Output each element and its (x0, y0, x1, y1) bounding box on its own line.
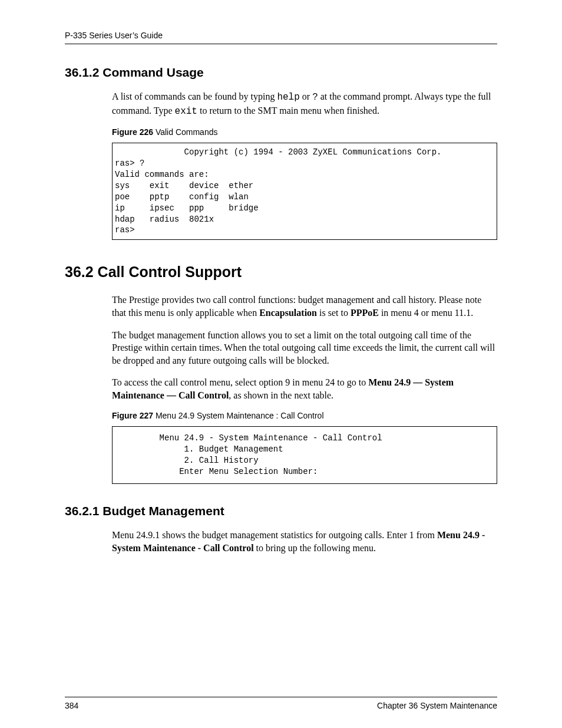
text: , as shown in the next table. (229, 390, 333, 400)
page: P-335 Series User’s Guide 36.1.2 Command… (0, 0, 562, 728)
text: Menu 24.9.1 shows the budget management … (112, 530, 437, 540)
code-content: Menu 24.9 - System Maintenance - Call Co… (115, 433, 494, 477)
guide-title: P-335 Series User’s Guide (65, 31, 163, 40)
bold-encapsulation: Encapsulation (259, 308, 317, 318)
text: in menu 4 or menu 11.1. (379, 308, 473, 318)
code-content: Copyright (c) 1994 - 2003 ZyXEL Communic… (115, 147, 494, 236)
heading-36-1-2: 36.1.2 Command Usage (65, 65, 497, 80)
text: or (300, 91, 312, 101)
figure-title: Valid Commands (153, 127, 217, 137)
page-number: 384 (65, 701, 78, 710)
figure-227-code: Menu 24.9 - System Maintenance - Call Co… (112, 426, 497, 484)
heading-36-2: 36.2 Call Control Support (65, 263, 497, 281)
figure-226-code: Copyright (c) 1994 - 2003 ZyXEL Communic… (112, 143, 497, 240)
figure-227-label: Figure 227 Menu 24.9 System Maintenance … (112, 411, 497, 420)
heading-36-2-1: 36.2.1 Budget Management (65, 504, 497, 518)
para-36-2-2: The budget management function allows yo… (112, 329, 497, 367)
figure-226-label: Figure 226 Valid Commands (112, 127, 497, 137)
figure-title: Menu 24.9 System Maintenance : Call Cont… (153, 411, 323, 420)
para-36-2-1: The Prestige provides two call control f… (112, 294, 497, 319)
code-help: help (277, 92, 299, 103)
bold-pppoe: PPPoE (351, 308, 379, 318)
code-exit: exit (175, 106, 197, 117)
text: is set to (317, 308, 351, 318)
text: to return to the SMT main menu when fini… (197, 106, 379, 116)
figure-number: Figure 227 (112, 411, 153, 420)
para-36-2-3: To access the call control menu, select … (112, 376, 497, 401)
para-budget-mgmt: Menu 24.9.1 shows the budget management … (112, 529, 497, 554)
text: To access the call control menu, select … (112, 377, 368, 387)
text: to bring up the following menu. (254, 543, 376, 553)
page-footer: 384 Chapter 36 System Maintenance (65, 697, 497, 710)
para-command-usage: A list of commands can be found by typin… (112, 90, 497, 118)
code-question: ? (312, 92, 318, 103)
running-header: P-335 Series User’s Guide (65, 31, 497, 44)
figure-number: Figure 226 (112, 127, 153, 137)
text: A list of commands can be found by typin… (112, 91, 277, 101)
chapter-label: Chapter 36 System Maintenance (377, 701, 497, 710)
